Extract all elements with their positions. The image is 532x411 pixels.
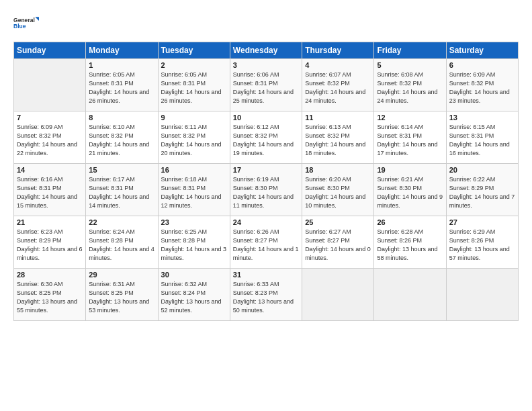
- day-number: 23: [161, 218, 227, 226]
- day-number: 18: [305, 166, 371, 174]
- day-info: Sunrise: 6:33 AM Sunset: 8:23 PM Dayligh…: [233, 280, 299, 315]
- table-row: 30Sunrise: 6:32 AM Sunset: 8:24 PM Dayli…: [158, 269, 230, 321]
- col-header-wednesday: Wednesday: [230, 42, 302, 59]
- day-info: Sunrise: 6:20 AM Sunset: 8:30 PM Dayligh…: [305, 175, 371, 210]
- day-number: 22: [89, 218, 154, 226]
- col-header-thursday: Thursday: [302, 42, 374, 59]
- day-number: 6: [449, 61, 515, 69]
- day-info: Sunrise: 6:08 AM Sunset: 8:32 PM Dayligh…: [377, 71, 443, 105]
- day-number: 16: [161, 166, 227, 174]
- day-number: 10: [233, 113, 299, 122]
- table-row: 10Sunrise: 6:12 AM Sunset: 8:32 PM Dayli…: [230, 111, 302, 164]
- table-row: 2Sunrise: 6:05 AM Sunset: 8:31 PM Daylig…: [158, 59, 230, 111]
- table-row: 23Sunrise: 6:25 AM Sunset: 8:28 PM Dayli…: [158, 216, 230, 269]
- table-row: 16Sunrise: 6:18 AM Sunset: 8:31 PM Dayli…: [158, 164, 230, 216]
- day-info: Sunrise: 6:22 AM Sunset: 8:29 PM Dayligh…: [449, 175, 515, 210]
- day-info: Sunrise: 6:18 AM Sunset: 8:31 PM Dayligh…: [161, 175, 227, 210]
- table-row: 6Sunrise: 6:09 AM Sunset: 8:32 PM Daylig…: [446, 59, 518, 111]
- col-header-saturday: Saturday: [446, 42, 518, 59]
- day-number: 3: [233, 61, 299, 69]
- day-number: 5: [377, 61, 443, 69]
- day-info: Sunrise: 6:16 AM Sunset: 8:31 PM Dayligh…: [17, 175, 83, 210]
- table-row: 15Sunrise: 6:17 AM Sunset: 8:31 PM Dayli…: [86, 164, 158, 216]
- day-info: Sunrise: 6:13 AM Sunset: 8:32 PM Dayligh…: [305, 123, 371, 158]
- table-row: 17Sunrise: 6:19 AM Sunset: 8:30 PM Dayli…: [230, 164, 302, 216]
- day-number: 26: [377, 218, 443, 226]
- day-info: Sunrise: 6:24 AM Sunset: 8:28 PM Dayligh…: [89, 228, 154, 263]
- day-info: Sunrise: 6:05 AM Sunset: 8:31 PM Dayligh…: [89, 71, 154, 105]
- day-number: 14: [17, 166, 83, 174]
- table-row: 13Sunrise: 6:15 AM Sunset: 8:31 PM Dayli…: [446, 111, 518, 164]
- table-row: 19Sunrise: 6:21 AM Sunset: 8:30 PM Dayli…: [374, 164, 446, 216]
- table-row: 27Sunrise: 6:29 AM Sunset: 8:26 PM Dayli…: [446, 216, 518, 269]
- day-info: Sunrise: 6:28 AM Sunset: 8:26 PM Dayligh…: [377, 228, 443, 263]
- day-info: Sunrise: 6:25 AM Sunset: 8:28 PM Dayligh…: [161, 228, 227, 263]
- day-number: 27: [449, 218, 515, 226]
- day-number: 19: [377, 166, 443, 174]
- table-row: 1Sunrise: 6:05 AM Sunset: 8:31 PM Daylig…: [86, 59, 158, 111]
- day-info: Sunrise: 6:12 AM Sunset: 8:32 PM Dayligh…: [233, 123, 299, 158]
- day-info: Sunrise: 6:05 AM Sunset: 8:31 PM Dayligh…: [161, 71, 227, 105]
- col-header-friday: Friday: [374, 42, 446, 59]
- day-info: Sunrise: 6:29 AM Sunset: 8:26 PM Dayligh…: [449, 228, 515, 263]
- day-info: Sunrise: 6:17 AM Sunset: 8:31 PM Dayligh…: [89, 175, 154, 210]
- table-row: 26Sunrise: 6:28 AM Sunset: 8:26 PM Dayli…: [374, 216, 446, 269]
- day-info: Sunrise: 6:21 AM Sunset: 8:30 PM Dayligh…: [377, 175, 443, 210]
- day-number: 7: [17, 113, 83, 122]
- day-info: Sunrise: 6:26 AM Sunset: 8:27 PM Dayligh…: [233, 228, 299, 263]
- day-number: 25: [305, 218, 371, 226]
- day-info: Sunrise: 6:07 AM Sunset: 8:32 PM Dayligh…: [305, 71, 371, 105]
- col-header-sunday: Sunday: [14, 42, 86, 59]
- day-number: 4: [305, 61, 371, 69]
- table-row: 11Sunrise: 6:13 AM Sunset: 8:32 PM Dayli…: [302, 111, 374, 164]
- table-row: 7Sunrise: 6:09 AM Sunset: 8:32 PM Daylig…: [14, 111, 86, 164]
- day-number: 21: [17, 218, 83, 226]
- table-row: 31Sunrise: 6:33 AM Sunset: 8:23 PM Dayli…: [230, 269, 302, 321]
- day-info: Sunrise: 6:14 AM Sunset: 8:31 PM Dayligh…: [377, 123, 443, 158]
- day-info: Sunrise: 6:06 AM Sunset: 8:31 PM Dayligh…: [233, 71, 299, 105]
- day-number: 30: [161, 271, 227, 279]
- table-row: [14, 59, 86, 111]
- table-row: 5Sunrise: 6:08 AM Sunset: 8:32 PM Daylig…: [374, 59, 446, 111]
- svg-marker-2: [35, 17, 39, 21]
- day-info: Sunrise: 6:11 AM Sunset: 8:32 PM Dayligh…: [161, 123, 227, 158]
- day-info: Sunrise: 6:31 AM Sunset: 8:25 PM Dayligh…: [89, 280, 154, 315]
- table-row: 21Sunrise: 6:23 AM Sunset: 8:29 PM Dayli…: [14, 216, 86, 269]
- day-number: 20: [449, 166, 515, 174]
- table-row: 20Sunrise: 6:22 AM Sunset: 8:29 PM Dayli…: [446, 164, 518, 216]
- day-info: Sunrise: 6:09 AM Sunset: 8:32 PM Dayligh…: [17, 123, 83, 158]
- table-row: 3Sunrise: 6:06 AM Sunset: 8:31 PM Daylig…: [230, 59, 302, 111]
- day-number: 24: [233, 218, 299, 226]
- day-number: 13: [449, 113, 515, 122]
- table-row: 9Sunrise: 6:11 AM Sunset: 8:32 PM Daylig…: [158, 111, 230, 164]
- table-row: 28Sunrise: 6:30 AM Sunset: 8:25 PM Dayli…: [14, 269, 86, 321]
- day-info: Sunrise: 6:32 AM Sunset: 8:24 PM Dayligh…: [161, 280, 227, 315]
- col-header-monday: Monday: [86, 42, 158, 59]
- day-number: 29: [89, 271, 154, 279]
- day-number: 17: [233, 166, 299, 174]
- table-row: 8Sunrise: 6:10 AM Sunset: 8:32 PM Daylig…: [86, 111, 158, 164]
- table-row: [374, 269, 446, 321]
- table-row: 12Sunrise: 6:14 AM Sunset: 8:31 PM Dayli…: [374, 111, 446, 164]
- day-number: 12: [377, 113, 443, 122]
- day-number: 9: [161, 113, 227, 122]
- day-number: 1: [89, 61, 154, 69]
- table-row: 25Sunrise: 6:27 AM Sunset: 8:27 PM Dayli…: [302, 216, 374, 269]
- table-row: 14Sunrise: 6:16 AM Sunset: 8:31 PM Dayli…: [14, 164, 86, 216]
- day-info: Sunrise: 6:10 AM Sunset: 8:32 PM Dayligh…: [89, 123, 154, 158]
- day-number: 15: [89, 166, 154, 174]
- table-row: 22Sunrise: 6:24 AM Sunset: 8:28 PM Dayli…: [86, 216, 158, 269]
- table-row: 18Sunrise: 6:20 AM Sunset: 8:30 PM Dayli…: [302, 164, 374, 216]
- day-number: 2: [161, 61, 227, 69]
- table-row: 24Sunrise: 6:26 AM Sunset: 8:27 PM Dayli…: [230, 216, 302, 269]
- day-number: 11: [305, 113, 371, 122]
- day-info: Sunrise: 6:09 AM Sunset: 8:32 PM Dayligh…: [449, 71, 515, 105]
- table-row: 29Sunrise: 6:31 AM Sunset: 8:25 PM Dayli…: [86, 269, 158, 321]
- svg-text:General: General: [13, 17, 35, 24]
- logo: General Blue: [13, 11, 39, 36]
- day-number: 31: [233, 271, 299, 279]
- col-header-tuesday: Tuesday: [158, 42, 230, 59]
- svg-text:Blue: Blue: [13, 23, 26, 30]
- day-number: 8: [89, 113, 154, 122]
- day-info: Sunrise: 6:15 AM Sunset: 8:31 PM Dayligh…: [449, 123, 515, 158]
